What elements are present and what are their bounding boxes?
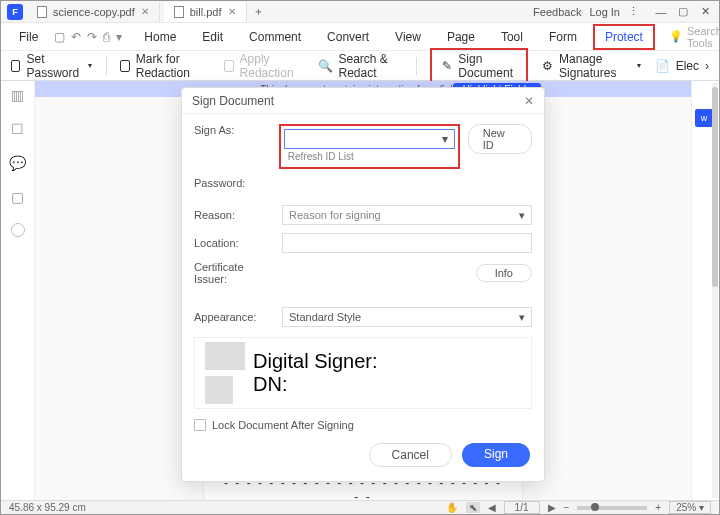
menu-convert[interactable]: Convert	[317, 26, 379, 48]
scrollbar[interactable]	[712, 83, 718, 498]
titlebar: F science-copy.pdf ✕ bill.pdf ✕ ＋ Feedba…	[1, 1, 719, 23]
placeholder-box	[205, 376, 233, 404]
set-password-button[interactable]: Set Password ▾	[11, 52, 92, 80]
bookmark-icon[interactable]: ☐	[10, 121, 26, 137]
mark-redaction-button[interactable]: Mark for Redaction	[120, 52, 210, 80]
menu-edit[interactable]: Edit	[192, 26, 233, 48]
redo-icon[interactable]: ↷	[87, 28, 97, 46]
placeholder-box	[205, 342, 245, 370]
sign-as-label: Sign As:	[194, 124, 271, 136]
location-label: Location:	[194, 237, 274, 249]
location-input[interactable]	[282, 233, 532, 253]
sign-document-button[interactable]: ✎ Sign Document	[430, 48, 528, 84]
next-page-icon[interactable]: ▶	[548, 502, 556, 513]
appearance-label: Appearance:	[194, 311, 274, 323]
menu-comment[interactable]: Comment	[239, 26, 311, 48]
chevron-down-icon: ▾	[442, 132, 448, 146]
zoom-slider[interactable]	[577, 506, 647, 510]
info-button[interactable]: Info	[476, 264, 532, 282]
mark-icon	[120, 60, 129, 72]
preview-line1: Digital Signer:	[253, 350, 378, 373]
zoom-in-icon[interactable]: +	[655, 502, 661, 513]
file-icon: 📄	[655, 59, 670, 73]
hand-tool-icon[interactable]: ✋	[446, 502, 458, 513]
page-indicator[interactable]: 1/1	[504, 501, 540, 514]
zoom-value[interactable]: 25% ▾	[669, 501, 711, 514]
reason-select[interactable]: Reason for signing ▾	[282, 205, 532, 225]
left-rail: ▥ ☐ 💬 ▢	[1, 81, 35, 500]
print-icon[interactable]: ⎙	[103, 28, 110, 46]
search-icon[interactable]	[11, 223, 25, 237]
refresh-id-list[interactable]: Refresh ID List	[284, 149, 455, 164]
chevron-down-icon[interactable]: ▾	[116, 28, 122, 46]
chevron-right-icon: ›	[705, 59, 709, 73]
new-tab-button[interactable]: ＋	[251, 5, 267, 19]
manage-signatures-button[interactable]: ⚙ Manage Signatures ▾	[542, 52, 641, 80]
tab-bill[interactable]: bill.pdf ✕	[164, 2, 247, 22]
close-icon[interactable]: ✕	[141, 6, 149, 17]
bulb-icon: 💡	[669, 30, 683, 43]
tab-science[interactable]: science-copy.pdf ✕	[27, 2, 160, 22]
protect-toolbar: Set Password ▾ Mark for Redaction Apply …	[1, 51, 719, 81]
file-menu[interactable]: File	[9, 26, 48, 48]
lock-checkbox[interactable]	[194, 419, 206, 431]
tab-label: science-copy.pdf	[53, 6, 135, 18]
undo-icon[interactable]: ↶	[71, 28, 81, 46]
menu-protect[interactable]: Protect	[593, 24, 655, 50]
menu-view[interactable]: View	[385, 26, 431, 48]
cancel-button[interactable]: Cancel	[369, 443, 452, 467]
chevron-down-icon: ▾	[519, 311, 525, 324]
new-id-button[interactable]: New ID	[468, 124, 532, 154]
maximize-button[interactable]: ▢	[675, 5, 691, 19]
doc-dimensions: 45.86 x 95.29 cm	[9, 502, 86, 513]
chevron-down-icon[interactable]: ▾	[637, 61, 641, 70]
kebab-icon[interactable]: ⋮	[628, 5, 639, 18]
scroll-thumb[interactable]	[712, 87, 718, 287]
sign-as-select[interactable]: ▾	[284, 129, 455, 149]
sign-button[interactable]: Sign	[462, 443, 530, 467]
signature-preview: Digital Signer: DN:	[194, 337, 532, 409]
chevron-down-icon: ▾	[519, 209, 525, 222]
search-icon: 🔍	[318, 59, 333, 73]
thumbnail-icon[interactable]: ▥	[10, 87, 26, 103]
lock-label: Lock Document After Signing	[212, 419, 354, 431]
sign-document-dialog: Sign Document ✕ Sign As: ▾ Refresh ID Li…	[181, 87, 545, 482]
search-redact-button[interactable]: 🔍 Search & Redact	[318, 52, 402, 80]
menu-tool[interactable]: Tool	[491, 26, 533, 48]
save-icon[interactable]: ▢	[54, 28, 65, 46]
app-icon: F	[7, 4, 23, 20]
menu-page[interactable]: Page	[437, 26, 485, 48]
tab-label: bill.pdf	[190, 6, 222, 18]
prev-page-icon[interactable]: ◀	[488, 502, 496, 513]
login-link[interactable]: Log In	[589, 6, 620, 18]
pdf-icon	[37, 6, 47, 18]
apply-icon	[224, 60, 233, 72]
minimize-button[interactable]: —	[653, 5, 669, 19]
apply-redaction-button: Apply Redaction	[224, 52, 303, 80]
elec-button[interactable]: 📄 Elec ›	[655, 59, 709, 73]
close-button[interactable]: ✕	[697, 5, 713, 19]
close-icon[interactable]: ✕	[524, 94, 534, 108]
chevron-down-icon[interactable]: ▾	[88, 61, 92, 70]
sign-as-highlight: ▾ Refresh ID List	[279, 124, 460, 169]
appearance-select[interactable]: Standard Style ▾	[282, 307, 532, 327]
close-icon[interactable]: ✕	[228, 6, 236, 17]
attach-icon[interactable]: ▢	[10, 189, 26, 205]
dialog-title: Sign Document	[192, 94, 274, 108]
sign-icon: ✎	[442, 59, 452, 73]
word-export-icon[interactable]: w	[695, 109, 713, 127]
search-tools[interactable]: 💡 Search Tools	[669, 25, 720, 49]
pdf-icon	[174, 6, 184, 18]
feedback-link[interactable]: Feedback	[533, 6, 581, 18]
menubar: File ▢ ↶ ↷ ⎙ ▾ Home Edit Comment Convert…	[1, 23, 719, 51]
gear-icon: ⚙	[542, 59, 553, 73]
lock-icon	[11, 60, 20, 72]
statusbar: 45.86 x 95.29 cm ✋ ⬉ ◀ 1/1 ▶ − + 25% ▾	[1, 500, 719, 514]
menu-home[interactable]: Home	[134, 26, 186, 48]
comment-icon[interactable]: 💬	[10, 155, 26, 171]
menu-form[interactable]: Form	[539, 26, 587, 48]
issuer-label: Certificate Issuer:	[194, 261, 274, 285]
pointer-tool-icon[interactable]: ⬉	[466, 502, 480, 513]
zoom-out-icon[interactable]: −	[564, 502, 570, 513]
preview-line2: DN:	[253, 373, 378, 396]
